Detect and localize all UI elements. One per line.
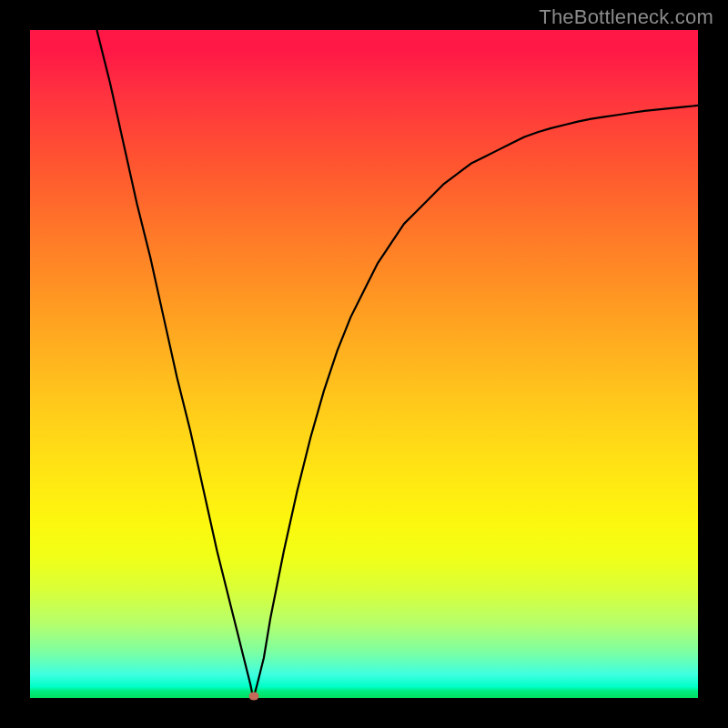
watermark-text: TheBottleneck.com	[539, 5, 713, 29]
plot-area	[30, 30, 698, 698]
min-point-marker	[248, 692, 258, 700]
bottleneck-curve	[30, 30, 698, 698]
chart-frame: TheBottleneck.com	[0, 0, 728, 728]
